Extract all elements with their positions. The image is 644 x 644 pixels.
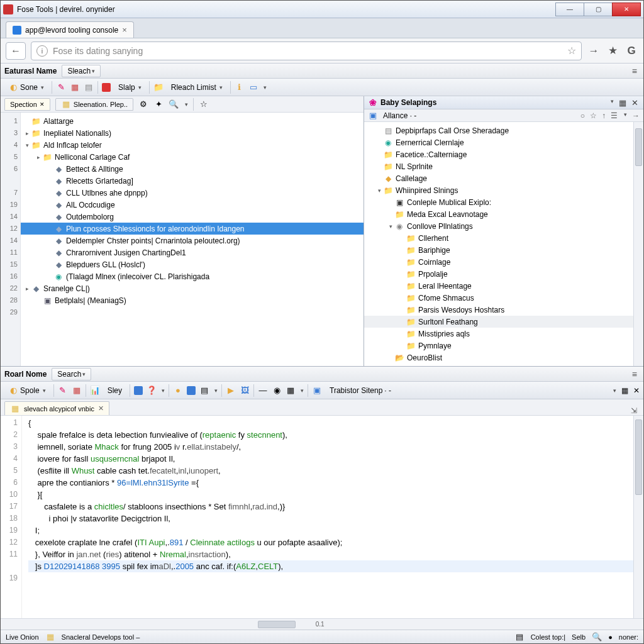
red-icon[interactable] — [102, 83, 111, 92]
back-button[interactable]: ← — [6, 42, 26, 60]
tb2-minus-icon[interactable]: — — [258, 386, 268, 396]
left-tree[interactable]: 📁Alattarge▸📁Inepliatel Nationalls)▾📁Ald … — [21, 113, 364, 366]
code-editor[interactable]: 12345610171819121119 { spale frefalce is… — [1, 416, 643, 618]
tree-item[interactable]: ◉(Tlalagd Mlnex (inlecoiver CL. Plarishi… — [21, 270, 364, 282]
folder-icon[interactable]: 📁 — [153, 82, 164, 92]
r-up-icon[interactable]: ↑ — [602, 111, 606, 120]
bookmark-star-icon[interactable]: ☆ — [567, 45, 576, 57]
tb2-close-icon[interactable]: ✕ — [633, 386, 640, 395]
panel2-search-button[interactable]: Search▾ — [52, 368, 91, 380]
tb2-wand-icon[interactable]: ✎ — [58, 386, 68, 396]
tb2-trabistor[interactable]: Trabistor Sitenp · - — [326, 384, 395, 397]
doc-icon[interactable]: ▤ — [84, 82, 94, 92]
tree-item[interactable]: 📁NL Sprlnite — [364, 160, 633, 172]
tree-item[interactable]: 📁Facetice.:Calterniage — [364, 148, 633, 160]
tb2-blue-icon[interactable] — [134, 386, 143, 395]
tb2-menu[interactable]: ◐Spole▾ — [4, 384, 50, 397]
tree-item[interactable]: ▣Conleple Mublical Exiplo: — [364, 196, 633, 208]
tb2-doc-icon[interactable]: ▤ — [199, 386, 209, 396]
crumb-text[interactable]: Allance · - — [383, 111, 416, 120]
star-icon[interactable]: ☆ — [199, 99, 209, 109]
tree-item[interactable]: ◆Plun cposses Shlessioncls for alerondoi… — [21, 223, 364, 235]
right-tree[interactable]: ▤Depbiprfaps Call Orse Sheradage◉Eernerr… — [364, 122, 633, 366]
tree-item[interactable]: 📁Coirnlage — [364, 256, 633, 268]
tb1-slalp[interactable]: Slalp▾ — [114, 80, 145, 94]
tb2-img-icon[interactable]: 🖼 — [240, 386, 250, 396]
tree-item[interactable]: 📁Cllerhent — [364, 232, 633, 244]
tree-item[interactable]: ▾📁Ald Inflcap telofer — [21, 139, 364, 151]
code-vscroll[interactable] — [633, 416, 643, 618]
tree-item[interactable]: 📁Leral lHeentage — [364, 280, 633, 292]
maximize-button[interactable]: ▢ — [584, 3, 613, 16]
tree-item[interactable]: 📂OeuroBlist — [364, 352, 633, 364]
cal-icon[interactable]: ▦ — [70, 82, 80, 92]
grid-icon[interactable]: ▦ — [619, 98, 626, 108]
tree-item[interactable]: 📁Misstipries aqls — [364, 328, 633, 340]
card-icon[interactable]: ▭ — [248, 82, 258, 92]
tb2-help-icon[interactable]: ❓ — [147, 386, 157, 396]
tree-item[interactable]: 📁Pymnlaye — [364, 340, 633, 352]
tree-item[interactable]: ▾📁Whiinpired Slnings — [364, 184, 633, 196]
tb2-grid-icon[interactable]: ▦ — [286, 386, 296, 396]
tree-item[interactable]: ▣Betlplals| (MeaniagS) — [21, 294, 364, 306]
tb2-cal-icon[interactable]: ▦ — [72, 386, 82, 396]
forward-icon[interactable]: → — [587, 45, 601, 57]
tree-item[interactable]: 📁Parsis Wesdoys Hoshtars — [364, 304, 633, 316]
left-tab-1[interactable]: Spection ✕ — [4, 98, 50, 111]
r-list-icon[interactable]: ☰ — [611, 111, 618, 120]
tree-item[interactable]: ◉Eernerrical Clernlaje — [364, 136, 633, 148]
code-hscroll[interactable]: 0.1 — [1, 618, 643, 630]
site-info-icon[interactable]: i — [36, 45, 48, 57]
tree-item[interactable]: ◆CLL Utlbnes ahe dpnpp) — [21, 187, 364, 199]
tree-item[interactable]: ▾◉Conllove Pllnlatings — [364, 220, 633, 232]
tb2-page-icon[interactable]: ▣ — [312, 386, 322, 396]
code-body[interactable]: { spale frefalce is deta lebection funvi… — [22, 416, 633, 618]
tree-item[interactable]: ◆Callelage — [364, 172, 633, 184]
panel1-menu-icon[interactable]: ≡ — [630, 66, 640, 76]
tree-item[interactable]: ◆Outdembolorg — [21, 211, 364, 223]
tree-item[interactable]: ◆Blepduers GLL (Hoslcl') — [21, 258, 364, 270]
info-icon[interactable]: ℹ — [235, 82, 245, 92]
profile-icon[interactable]: G — [625, 45, 638, 57]
tree-item[interactable]: ◆AlL Ocdcudige — [21, 199, 364, 211]
tab-close-icon[interactable]: × — [122, 25, 127, 35]
code-expand-icon[interactable]: ⇲ — [628, 406, 640, 415]
code-tab[interactable]: ▦ slevach alcypicof vnbic ✕ — [4, 401, 109, 415]
status-tool[interactable]: Snacleral Develops tool – — [62, 633, 140, 641]
tb1-rleach[interactable]: Rleach Limist▾ — [167, 80, 226, 94]
wrench-icon[interactable]: ⚙ — [138, 99, 148, 109]
tree-item[interactable]: 📁Meda Excal Leavnotage — [364, 208, 633, 220]
tb2-play-icon[interactable]: ▶ — [226, 386, 236, 396]
tree-item[interactable]: ▤Depbiprfaps Call Orse Sheradage — [364, 125, 633, 136]
tree-item[interactable]: ◆Deldempler Chster points| Crnarintola p… — [21, 235, 364, 247]
status-live[interactable]: Live Onion — [6, 633, 39, 641]
panel1-search-button[interactable]: Sleach▾ — [62, 65, 101, 77]
tb1-menu[interactable]: ◐Sone▾ — [4, 80, 48, 94]
minimize-button[interactable]: — — [555, 3, 584, 16]
spark-icon[interactable]: ✦ — [153, 99, 164, 109]
tb2-sley[interactable]: Sley — [104, 384, 126, 397]
tree-item[interactable]: ◆Bettect & Alltinge — [21, 163, 364, 175]
right-vscroll[interactable] — [633, 122, 643, 366]
tree-item[interactable]: ▸◆Sranelge CL|) — [21, 282, 364, 294]
tb2-chrome-icon[interactable]: ◉ — [272, 386, 282, 396]
search-icon[interactable]: 🔍 — [169, 99, 179, 109]
tb2-grid2-icon[interactable]: ▦ — [621, 386, 628, 395]
tree-item[interactable]: 📁Prpolalje — [364, 268, 633, 280]
tree-item[interactable]: ◆Rlecetts Grlartedag] — [21, 175, 364, 187]
url-field[interactable]: i Fose its dating sanying ☆ — [31, 42, 582, 60]
right-dd-icon[interactable]: ▾ — [611, 98, 614, 108]
tree-item[interactable]: ▸📁Nelliconal Carlage Caf — [21, 151, 364, 163]
tree-item[interactable]: 📁Alattarge — [21, 115, 364, 127]
r-fwd-icon[interactable]: → — [632, 111, 640, 120]
tb2-chart-icon[interactable]: 📊 — [90, 386, 100, 396]
close-pane-icon[interactable]: ✕ — [631, 98, 638, 108]
tb2-b2-icon[interactable] — [187, 386, 196, 395]
panel2-menu-icon[interactable]: ≡ — [630, 369, 640, 379]
bookmarks-icon[interactable]: ★ — [606, 44, 619, 57]
tree-item[interactable]: 📁Bariphige — [364, 244, 633, 256]
r-star-icon[interactable]: ☆ — [590, 111, 597, 120]
tree-item[interactable]: ◆Chrarornivent Jusigen ChartingDel1 — [21, 247, 364, 258]
wand-icon[interactable]: ✎ — [56, 82, 66, 92]
tb2-warn-icon[interactable]: ● — [173, 386, 183, 396]
